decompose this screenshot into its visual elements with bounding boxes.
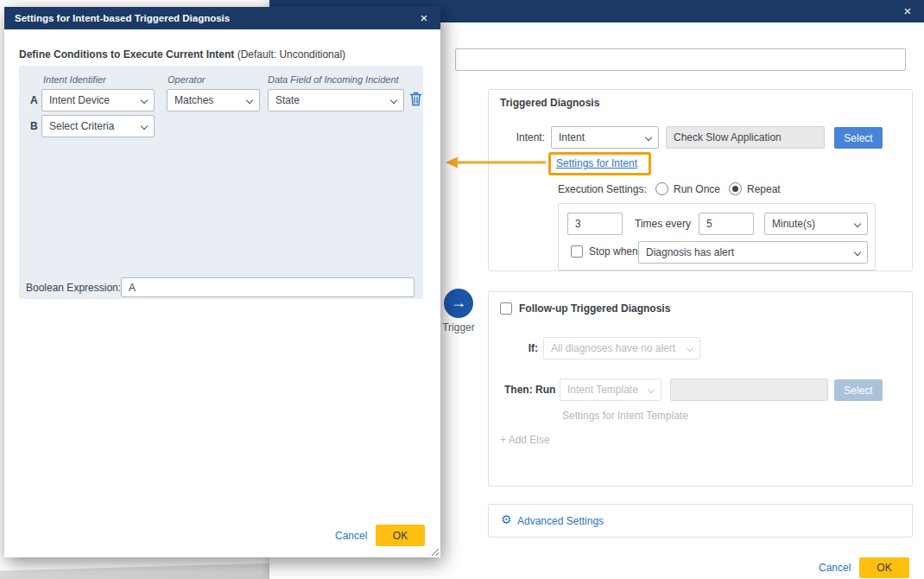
interval-unit-dropdown[interactable]: Minute(s) (764, 213, 868, 235)
conditions-panel: Intent Identifier Operator Data Field of… (19, 66, 423, 299)
followup-section: Follow-up Triggered Diagnosis If: All di… (488, 291, 913, 487)
intent-dropdown[interactable]: Intent (551, 126, 659, 149)
intent-template-value: Intent Template (567, 384, 638, 396)
overlay-cancel-link[interactable]: Cancel (335, 530, 367, 542)
row-a-operator-dropdown[interactable]: Matches (167, 89, 260, 111)
intent-label: Intent: (489, 131, 545, 143)
row-a-operator-value: Matches (174, 94, 213, 106)
advanced-settings-link[interactable]: Advanced Settings (517, 515, 604, 527)
stop-when-label: Stop when (589, 245, 638, 258)
chevron-down-icon (246, 97, 253, 104)
main-cancel-link[interactable]: Cancel (819, 562, 851, 574)
times-every-label: Times every (635, 218, 691, 230)
conditions-heading-bold: Define Conditions to Execute Current Int… (19, 48, 234, 60)
screen: × Triggered Diagnosis Intent: Intent Che… (0, 0, 924, 579)
overlay-dialog-title: Settings for Intent-based Triggered Diag… (15, 7, 230, 29)
intent-dropdown-value: Intent (559, 131, 585, 143)
followup-title: Follow-up Triggered Diagnosis (519, 302, 670, 315)
if-label: If: (489, 342, 538, 354)
conditions-heading: Define Conditions to Execute Current Int… (19, 48, 345, 60)
row-b-intent-value: Select Criteria (49, 120, 114, 132)
column-intent-identifier: Intent Identifier (43, 74, 106, 85)
boolean-expression-input[interactable] (121, 277, 415, 297)
settings-for-intent-template-link: Settings for Intent Template (562, 410, 688, 422)
execution-settings-label: Execution Settings: (558, 183, 647, 195)
interval-input[interactable] (699, 213, 754, 235)
run-once-radio[interactable] (655, 182, 668, 195)
repeat-radio[interactable] (729, 182, 742, 195)
settings-for-intent-link[interactable]: Settings for Intent (556, 157, 637, 169)
chevron-down-icon (390, 97, 397, 104)
repeat-label: Repeat (747, 183, 781, 195)
overlay-titlebar: Settings for Intent-based Triggered Diag… (4, 7, 440, 29)
trash-icon[interactable] (409, 92, 422, 106)
resize-handle[interactable] (430, 547, 440, 557)
background-window-edge (0, 563, 290, 579)
run-once-label: Run Once (674, 183, 720, 195)
trigger-arrow-icon: → (444, 289, 473, 318)
row-a-intent-dropdown[interactable]: Intent Device (41, 89, 155, 111)
right-arrow-glyph: → (451, 294, 466, 311)
trigger-label: Trigger (437, 321, 480, 334)
stop-when-checkbox[interactable] (571, 245, 583, 258)
row-a-id: A (30, 94, 38, 106)
row-a-field-dropdown[interactable]: State (268, 89, 404, 111)
stop-condition-value: Diagnosis has alert (646, 246, 734, 258)
chevron-down-icon (854, 249, 861, 256)
row-b-intent-dropdown[interactable]: Select Criteria (41, 115, 155, 137)
interval-unit-value: Minute(s) (772, 218, 815, 230)
stop-condition-dropdown[interactable]: Diagnosis has alert (638, 241, 868, 264)
chevron-down-icon (141, 97, 148, 104)
row-a-intent-value: Intent Device (49, 94, 110, 106)
boolean-expression-label: Boolean Expression: (26, 282, 121, 294)
followup-select-button: Select (834, 379, 883, 401)
followup-checkbox[interactable] (500, 302, 512, 315)
row-b-id: B (30, 120, 38, 132)
then-run-label: Then: Run (504, 384, 555, 396)
times-input[interactable] (567, 213, 623, 235)
chevron-down-icon (645, 134, 652, 141)
main-ok-button[interactable]: OK (859, 557, 909, 578)
add-else-link: + Add Else (500, 434, 550, 446)
row-a-field-value: State (275, 94, 300, 106)
intent-template-dropdown: Intent Template (560, 379, 661, 401)
column-operator: Operator (168, 74, 205, 85)
gear-icon: ⚙ (501, 513, 512, 525)
chevron-down-icon (648, 386, 655, 393)
column-data-field: Data Field of Incoming Incident (268, 74, 399, 85)
intent-select-button[interactable]: Select (834, 127, 883, 149)
main-top-input[interactable] (455, 48, 906, 71)
triggered-diagnosis-section: Triggered Diagnosis Intent: Intent Check… (488, 89, 913, 271)
close-icon[interactable]: × (898, 0, 917, 22)
annotation-arrow (446, 156, 546, 169)
triggered-diagnosis-title: Triggered Diagnosis (500, 97, 599, 109)
intent-name-field: Check Slow Application (666, 126, 825, 149)
chevron-down-icon (141, 123, 148, 130)
repeat-settings-box: Times every Minute(s) Stop when Diagnosi… (558, 203, 876, 270)
chevron-down-icon (687, 345, 693, 352)
close-icon[interactable]: × (415, 7, 434, 29)
advanced-settings-section: ⚙ Advanced Settings (488, 504, 913, 538)
if-condition-value: All diagnoses have no alert (551, 342, 675, 354)
followup-template-field (670, 379, 828, 401)
overlay-ok-button[interactable]: OK (376, 525, 425, 546)
if-condition-dropdown: All diagnoses have no alert (543, 337, 700, 359)
chevron-down-icon (854, 220, 861, 227)
conditions-heading-normal: (Default: Unconditional) (237, 48, 345, 60)
settings-for-intent-dialog: Settings for Intent-based Triggered Diag… (4, 7, 440, 557)
